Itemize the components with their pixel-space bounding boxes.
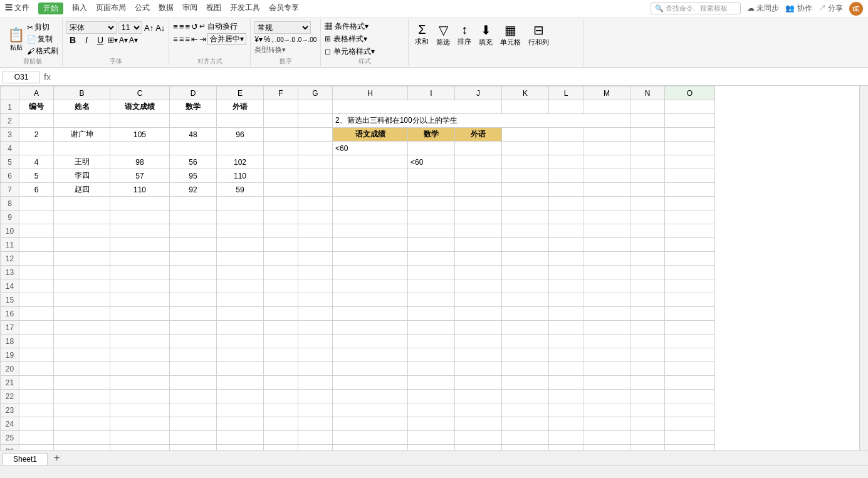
sort-button[interactable]: ↕ 排序 [455,21,474,48]
table-cell[interactable]: 102 [217,155,264,169]
table-cell[interactable] [298,321,333,335]
table-cell[interactable] [549,445,583,450]
table-cell[interactable] [455,183,502,197]
col-header-L[interactable]: L [549,86,583,100]
table-cell[interactable] [333,335,408,348]
table-cell[interactable] [264,431,298,445]
table-cell[interactable] [502,183,549,197]
table-cell[interactable] [665,197,715,210]
table-cell[interactable] [264,403,298,417]
table-cell[interactable] [54,376,110,390]
table-cell[interactable] [298,307,333,321]
menu-dev[interactable]: 开发工具 [230,3,260,14]
row-header[interactable]: 4 [1,142,19,155]
table-cell[interactable] [298,403,333,417]
table-cell[interactable]: 95 [170,169,217,183]
table-cell[interactable] [502,266,549,279]
row-header[interactable]: 11 [1,238,19,252]
table-cell[interactable]: 李四 [54,169,110,183]
table-cell[interactable] [583,321,630,335]
table-cell[interactable] [170,197,217,210]
table-cell[interactable] [630,293,665,307]
table-cell[interactable] [630,417,665,431]
table-cell[interactable] [170,266,217,279]
fill-button[interactable]: ⬇ 填充 [476,21,495,48]
table-cell[interactable] [217,210,264,224]
table-cell[interactable] [549,403,583,417]
table-cell[interactable] [502,142,549,155]
table-cell[interactable] [665,293,715,307]
table-cell[interactable] [110,362,170,376]
col-header-M[interactable]: M [583,86,630,100]
table-cell[interactable] [298,417,333,431]
table-cell[interactable] [502,417,549,431]
table-cell[interactable] [583,224,630,238]
table-cell[interactable] [665,155,715,169]
number-format-select[interactable]: 常规 [254,21,311,34]
table-cell[interactable] [217,362,264,376]
table-cell[interactable]: 92 [170,183,217,197]
table-cell[interactable] [630,321,665,335]
table-cell[interactable] [298,197,333,210]
col-header-K[interactable]: K [502,86,549,100]
table-cell[interactable] [54,403,110,417]
table-cell[interactable] [54,266,110,279]
table-cell[interactable] [408,403,455,417]
table-cell[interactable]: 外语 [455,128,502,142]
table-cell[interactable] [19,390,54,403]
table-cell[interactable] [19,335,54,348]
table-cell[interactable] [298,114,333,128]
table-cell[interactable] [583,403,630,417]
table-cell[interactable] [665,390,715,403]
col-header-G[interactable]: G [298,86,333,100]
table-cell[interactable] [455,348,502,362]
table-cell[interactable] [333,183,408,197]
row-header[interactable]: 14 [1,279,19,293]
table-cell[interactable]: 赵四 [54,183,110,197]
table-cell[interactable] [264,114,298,128]
table-cell[interactable] [19,293,54,307]
table-cell[interactable] [54,431,110,445]
table-cell[interactable] [264,307,298,321]
table-cell[interactable] [665,100,715,114]
table-cell[interactable]: 谢广坤 [54,128,110,142]
table-cell[interactable]: 48 [170,128,217,142]
table-cell[interactable] [110,293,170,307]
font-color-button[interactable]: A▾ [129,36,138,44]
table-cell[interactable] [19,445,54,450]
table-cell[interactable] [630,238,665,252]
table-cell[interactable] [54,252,110,266]
cell-style-button[interactable]: ◻ 单元格样式▾ [325,46,404,57]
cell-reference-input[interactable]: O31 [3,71,40,83]
table-cell[interactable] [54,417,110,431]
table-cell[interactable] [408,266,455,279]
table-cell[interactable] [264,169,298,183]
table-cell[interactable] [549,197,583,210]
table-cell[interactable] [408,321,455,335]
table-cell[interactable] [583,279,630,293]
condition-format-button[interactable]: ▦ 条件格式▾ [325,21,404,32]
col-header-J[interactable]: J [455,86,502,100]
table-cell[interactable] [549,238,583,252]
table-cell[interactable] [298,252,333,266]
table-cell[interactable] [630,155,665,169]
row-header[interactable]: 19 [1,348,19,362]
table-cell[interactable] [110,307,170,321]
table-cell[interactable] [502,155,549,169]
font-decrease-button[interactable]: A↓ [155,23,165,33]
table-cell[interactable] [583,376,630,390]
table-cell[interactable] [19,348,54,362]
fill-color-button[interactable]: A▾ [119,36,128,44]
table-cell[interactable] [170,279,217,293]
table-cell[interactable] [298,183,333,197]
table-cell[interactable] [583,348,630,362]
table-cell[interactable] [549,362,583,376]
percent-button[interactable]: % [264,35,271,44]
table-cell[interactable] [502,431,549,445]
table-cell[interactable] [264,128,298,142]
comma-button[interactable]: , [271,35,273,44]
table-cell[interactable] [264,293,298,307]
row-header[interactable]: 7 [1,183,19,197]
table-cell[interactable] [630,390,665,403]
table-cell[interactable] [408,197,455,210]
